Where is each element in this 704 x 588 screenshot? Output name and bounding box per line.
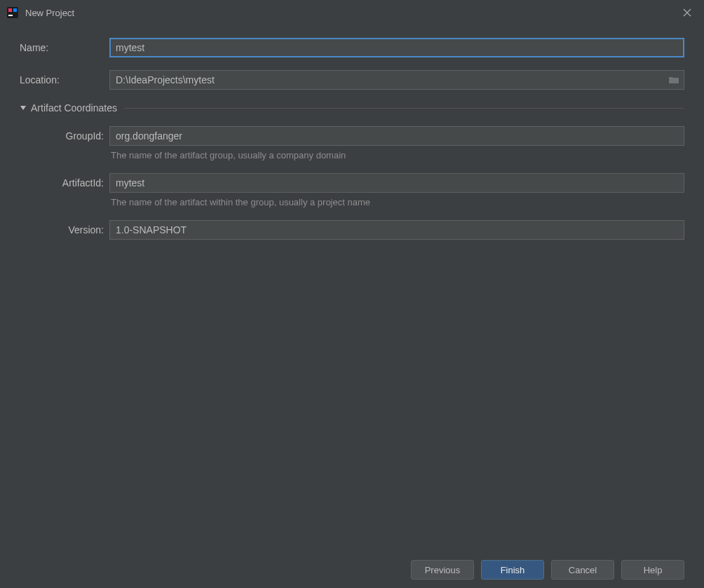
svg-marker-6	[20, 106, 26, 110]
groupid-row: GroupId:	[20, 126, 684, 146]
cancel-button[interactable]: Cancel	[551, 560, 614, 580]
window-title: New Project	[25, 8, 679, 18]
svg-rect-2	[13, 8, 17, 12]
location-row: Location: D:\IdeaProjects\mytest	[20, 70, 684, 90]
browse-button[interactable]	[664, 71, 684, 89]
location-label: Location:	[20, 74, 109, 86]
artifact-coordinates-header[interactable]: Artifact Coordinates	[20, 102, 684, 114]
location-input-wrap: D:\IdeaProjects\mytest	[109, 70, 684, 90]
artifact-coordinates-label: Artifact Coordinates	[31, 102, 117, 114]
name-input[interactable]	[109, 38, 684, 57]
chevron-down-icon	[20, 103, 27, 114]
dialog-content: Name: Location: D:\IdeaProjects\mytest A…	[0, 25, 704, 240]
name-label: Name:	[20, 42, 109, 53]
close-icon	[683, 8, 691, 17]
previous-button[interactable]: Previous	[411, 560, 474, 580]
svg-rect-1	[8, 8, 12, 12]
section-divider	[124, 108, 684, 109]
groupid-input[interactable]	[109, 126, 684, 146]
location-input[interactable]: D:\IdeaProjects\mytest	[110, 74, 664, 86]
artifactid-input[interactable]	[109, 173, 684, 193]
groupid-label: GroupId:	[20, 130, 109, 142]
help-button[interactable]: Help	[621, 560, 684, 580]
button-bar: Previous Finish Cancel Help	[411, 560, 684, 580]
version-input[interactable]	[109, 220, 684, 240]
name-row: Name:	[20, 38, 684, 57]
close-button[interactable]	[679, 4, 696, 21]
groupid-hint: The name of the artifact group, usually …	[109, 150, 684, 160]
finish-button[interactable]: Finish	[481, 560, 544, 580]
folder-icon	[668, 75, 679, 85]
version-row: Version:	[20, 220, 684, 240]
titlebar: New Project	[0, 0, 704, 25]
artifactid-label: ArtifactId:	[20, 177, 109, 189]
artifactid-hint: The name of the artifact within the grou…	[109, 197, 684, 207]
svg-rect-3	[8, 15, 13, 16]
artifactid-row: ArtifactId:	[20, 173, 684, 193]
version-label: Version:	[20, 224, 109, 235]
app-icon	[7, 7, 18, 18]
